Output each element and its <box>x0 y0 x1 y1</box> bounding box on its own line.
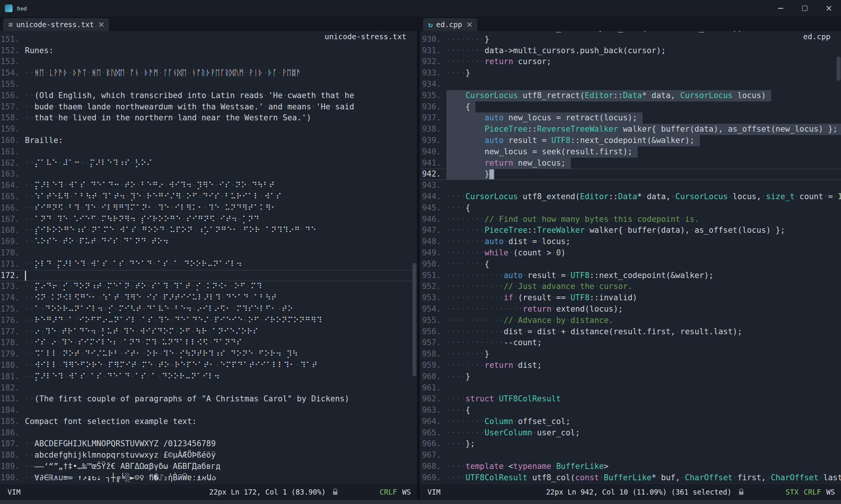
left-scrollbar-thumb[interactable] <box>412 263 417 376</box>
line-number: 950. <box>420 259 443 270</box>
code-line[interactable]: 156.··(Old·English,·which·transcribed·in… <box>0 90 417 101</box>
code-line[interactable]: 962.····struct·UTF8ColResult <box>420 393 841 405</box>
code-line[interactable]: 179.··⠩⠁⠇⠇·⠝⠕⠞·⠙⠊⠌⠥⠗⠃·⠊⠞⠂·⠕⠗·⠹⠑·⡊⠳⠝⠞⠗⠹⠰⠎… <box>0 349 417 360</box>
code-line[interactable]: 178.··⠊⠎·⠔·⠹⠑·⠎⠊⠍⠊⠇⠑⠆·⠁⠝⠙·⠍⠹·⠥⠝⠙⠁⠇⠇⠪⠫·⠙⠁… <box>0 337 417 349</box>
code-line[interactable]: 943. <box>420 180 841 191</box>
code-line[interactable]: 184. <box>0 405 417 416</box>
code-line[interactable]: 171.··⡕⠇⠙·⡍⠜⠇⠑⠹·⠺⠁⠎·⠁⠎·⠙⠑⠁⠙·⠁⠎·⠁·⠙⠕⠕⠗⠤⠝⠁… <box>0 259 417 270</box>
code-line[interactable]: 937.········auto·new_locus·=·retract(loc… <box>420 112 841 124</box>
code-line[interactable]: 966.····}; <box>420 438 841 450</box>
code-line[interactable]: 951.············auto·result·=·UTF8::next… <box>420 270 841 281</box>
tab-close-icon[interactable] <box>467 22 472 27</box>
pane-divider[interactable] <box>417 31 420 499</box>
code-line[interactable]: 183.··(The·first·couple·of·paragraphs·of… <box>0 393 417 405</box>
code-line[interactable]: 929.············data->multi_cursors.push… <box>420 31 841 34</box>
code-line[interactable]: 964.········Column·offset_col; <box>420 416 841 427</box>
code-line[interactable]: 160.Braille: <box>0 135 417 146</box>
code-line[interactable]: 948.········auto·dist·=·locus; <box>420 236 841 247</box>
code-line[interactable]: 190.··∀∂∈ℝ∧∪≡∞·↑↗↨↻⇣·┐┼╔╘░►☺♀·ﬁ�⑀₂ἠḂӥẄɐː… <box>0 472 417 484</box>
code-line[interactable]: 960.····} <box>420 371 841 383</box>
code-line[interactable]: 175.··⠁·⠙⠕⠕⠗⠤⠝⠁⠊⠇⠲·⡊·⠍⠊⠣⠞·⠙⠁⠧⠑·⠃⠑⠲·⠔⠊⠇⠔⠫… <box>0 304 417 315</box>
code-line[interactable]: 170. <box>0 247 417 259</box>
tab-unicode-stress-txt[interactable]: ≡ unicode-stress.txt <box>3 18 109 31</box>
code-line[interactable]: 950.········{ <box>420 259 841 270</box>
code-line[interactable]: 942.········} <box>420 169 841 180</box>
titlebar[interactable]: fred <box>0 0 841 17</box>
code-line[interactable]: 935.····CursorLocus·utf8_retract(Editor:… <box>420 90 841 101</box>
whitespace-dot: · <box>446 248 451 257</box>
code-line[interactable]: 165.··⠱⠁⠞⠑⠧⠻·⠁⠃⠳⠞·⠹⠁⠞⠲·⡹⠑·⠗⠑⠛⠊⠌⠻·⠕⠋·⠙⠊⠎·… <box>0 191 417 203</box>
line-number: 942. <box>420 169 443 180</box>
code-line[interactable]: 177.··⠔·⠹⠑·⠞⠗⠁⠙⠑⠲·⡃⠥⠞·⠹⠑·⠺⠊⠎⠙⠕⠍·⠕⠋·⠳⠗·⠁⠝… <box>0 326 417 338</box>
code-line[interactable]: 959.········return·dist; <box>420 360 841 371</box>
code-line[interactable]: 185.Compact·font·selection·example·text: <box>0 416 417 427</box>
code-line[interactable]: 957.············--count; <box>420 337 841 349</box>
whitespace-dot: · <box>80 158 85 167</box>
code-line[interactable]: 961. <box>420 383 841 394</box>
tab-close-icon[interactable] <box>99 22 104 27</box>
code-line[interactable]: 932.········return·cursor; <box>420 56 841 68</box>
code-line[interactable]: 167.··⠁⠝⠙·⠹⠑·⠡⠊⠑⠋·⠍⠳⠗⠝⠻⠲·⡎⠊⠗⠕⠕⠛⠑·⠎⠊⠛⠝⠫·⠊… <box>0 214 417 225</box>
code-line[interactable]: 967. <box>420 450 841 461</box>
code-line[interactable]: 945.····{ <box>420 203 841 214</box>
code-line[interactable]: 952.············//·Just·advance·the·curs… <box>420 281 841 292</box>
code-line[interactable]: 174.··⠪⠝·⠅⠝⠪⠇⠫⠛⠑⠂·⠱⠁⠞·⠹⠻⠑·⠊⠎·⠏⠜⠞⠊⠊⠥⠇⠜⠇⠹·… <box>0 292 417 304</box>
code-line[interactable]: 936.····{ <box>420 101 841 113</box>
code-line[interactable]: 186. <box>0 427 417 439</box>
code-line[interactable]: 166.··⠎⠊⠛⠝⠫·⠃⠹·⠹⠑·⠊⠇⠻⠛⠹⠍⠁⠝⠂·⠹⠑·⠊⠇⠻⠅⠂·⠹⠑·… <box>0 203 417 214</box>
code-line[interactable]: 933.····} <box>420 68 841 79</box>
whitespace-dot: · <box>470 113 475 122</box>
code-line[interactable]: 956.············dist·=·dist·+·distance(r… <box>420 326 841 338</box>
code-line[interactable]: 938.········PieceTree::ReverseTreeWalker… <box>420 124 841 135</box>
tab-ed-cpp[interactable]: ↻ ed.cpp <box>423 18 477 31</box>
code-line[interactable]: 163. <box>0 169 417 180</box>
code-line[interactable]: 173.··⡍⠔⠙⠖·⡊·⠙⠕⠝⠰⠞·⠍⠑⠁⠝·⠞⠕·⠎⠁⠹·⠹⠁⠞·⡊·⠅⠝⠪… <box>0 281 417 292</box>
right-scrollbar-thumb[interactable] <box>836 57 841 81</box>
code-line[interactable]: 154.··ᚻᛖ·ᚳᚹᚫᚦ·ᚦᚫᛏ·ᚻᛖ·ᛒᚢᛞᛖ·ᚩᚾ·ᚦᚫᛗ·ᛚᚪᚾᛞᛖ·ᚾ… <box>0 68 417 79</box>
code-line[interactable]: 940.········new_locus·=·seek(result.firs… <box>420 146 841 158</box>
code-line[interactable]: 930.········} <box>420 34 841 45</box>
minimize-button[interactable] <box>769 0 793 17</box>
code-line[interactable]: 953.············if·(result·==·UTF8::inva… <box>420 292 841 304</box>
code-line[interactable]: 181.··⡍⠜⠇⠑⠹·⠺⠁⠎·⠁⠎·⠙⠑⠁⠙·⠁⠎·⠁·⠙⠕⠕⠗⠤⠝⠁⠊⠇⠲ <box>0 371 417 383</box>
whitespace-dot: · <box>111 113 116 122</box>
code-line[interactable]: 158.··that·he·lived·in·the·northern·land… <box>0 112 417 124</box>
code-line[interactable]: 161. <box>0 146 417 158</box>
code-line[interactable]: 189.··–—‘“”„†‡•…‰™œŠŸž€·ΑΒΓΔΩαβγδω·АБВГД… <box>0 461 417 472</box>
code-line[interactable]: 965.········UserColumn·user_col; <box>420 427 841 439</box>
code-line[interactable]: 968.····template·<typename·BufferLike> <box>420 461 841 472</box>
code-line[interactable]: 931.········data->multi_cursors.push_bac… <box>420 45 841 57</box>
code-line[interactable]: 949.········while·(count·>·0) <box>420 247 841 259</box>
code-line[interactable]: 153. <box>0 56 417 68</box>
code-line[interactable]: 941.········return·new_locus; <box>420 158 841 169</box>
right-editor-viewport[interactable]: 929.············data->multi_cursors.push… <box>420 31 841 484</box>
code-line[interactable]: 180.··⠺⠊⠇⠇·⠹⠻⠑⠋⠕⠗⠑·⠏⠻⠍⠊⠞·⠍⠑·⠞⠕·⠗⠑⠏⠑⠁⠞⠂·⠑… <box>0 360 417 371</box>
code-line[interactable]: 162.··⡌⠁⠧⠑·⠼⠁⠒··⡍⠜⠇⠑⠹⠰⠎·⡣⠕⠌ <box>0 158 417 169</box>
code-line[interactable]: 152.Runes: <box>0 45 417 57</box>
code-line[interactable]: 157.··bude·thaem·lande·northweardum·with… <box>0 101 417 113</box>
code-line[interactable]: 934. <box>420 79 841 90</box>
code-line[interactable]: 168.··⡎⠊⠗⠕⠕⠛⠑⠰⠎·⠝⠁⠍⠑·⠺⠁⠎·⠛⠕⠕⠙·⠥⠏⠕⠝·⠰⡡⠁⠝⠛… <box>0 225 417 236</box>
whitespace-dot: · <box>82 394 87 403</box>
code-line[interactable]: 169.··⠡⠕⠎⠑·⠞⠕·⠏⠥⠞·⠙⠊⠎·⠙⠁⠝⠙·⠞⠕⠲ <box>0 236 417 247</box>
close-button[interactable] <box>817 0 841 17</box>
code-line[interactable]: 176.··⠗⠑⠛⠜⠙·⠁·⠊⠕⠋⠋⠔⠤⠝⠁⠊⠇·⠁⠎·⠹⠑·⠙⠑⠁⠙⠑⠌·⠏⠊… <box>0 315 417 326</box>
code-line[interactable]: 947.········PieceTree::TreeWalker·walker… <box>420 225 841 236</box>
code-line[interactable]: 187.··ABCDEFGHIJKLMNOPQRSTUVWXYZ·/012345… <box>0 438 417 450</box>
code-line[interactable]: 182. <box>0 383 417 394</box>
left-editor-viewport[interactable]: 150.··እግርህን·በፍራሽህ·ልክ·ዘርጋ።151.152.Runes:1… <box>0 31 417 484</box>
code-line[interactable]: 955.············//·Advance·by·distance. <box>420 315 841 326</box>
code-line[interactable]: 969.····UTF8ColResult·utf8_col(const·Buf… <box>420 472 841 484</box>
code-line[interactable]: 963.····{ <box>420 405 841 416</box>
maximize-button[interactable] <box>793 0 817 17</box>
code-line[interactable]: 944.····CursorLocus·utf8_extend(Editor::… <box>420 191 841 203</box>
code-line[interactable]: 946.········//·Find·out·how·many·bytes·t… <box>420 214 841 225</box>
code-line[interactable]: 188.··abcdefghijklmnopqrstuvwxyz·£©µÀÆÖÞ… <box>0 450 417 461</box>
code-line[interactable]: 159. <box>0 124 417 135</box>
code-line[interactable]: 954.················return·extend(locus)… <box>420 304 841 315</box>
code-line[interactable]: 155. <box>0 79 417 90</box>
code-line[interactable]: 958.········} <box>420 349 841 360</box>
code-line[interactable]: 939.········auto·result·=·UTF8::next_cod… <box>420 135 841 146</box>
code-line[interactable]: 164.··⡍⠜⠇⠑⠹·⠺⠁⠎·⠙⠑⠁⠙⠒·⠞⠕·⠃⠑⠛⠔·⠺⠊⠹⠲·⡹⠻⠑·⠊… <box>0 180 417 191</box>
code-line[interactable]: 172. <box>0 270 417 281</box>
